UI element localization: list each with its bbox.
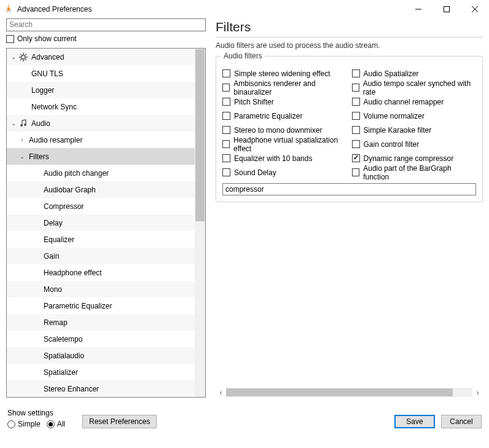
filter-option: Headphone virtual spatialization effect [222, 137, 347, 151]
filter-option: Parametric Equalizer [222, 109, 347, 123]
tree-item-label: Audio pitch changer [41, 169, 109, 178]
minimize-button[interactable] [404, 0, 432, 18]
filter-label: Audio tempo scaler synched with rate [363, 79, 476, 96]
tree-item[interactable]: Audiobar Graph [7, 181, 195, 198]
show-settings-label: Show settings [7, 409, 65, 417]
panel-title: Filters [216, 20, 483, 34]
filter-label: Simple stereo widening effect [234, 69, 331, 78]
tree-item[interactable]: Parametric Equalizer [7, 297, 195, 314]
filter-option: Volume normalizer [352, 109, 477, 123]
svg-line-13 [25, 54, 26, 55]
settings-tree[interactable]: ⌄ Advanced GNU TLS Logger Network Sync ⌄… [7, 49, 195, 397]
tree-item-gnu-tls[interactable]: GNU TLS [7, 65, 195, 82]
tree-item[interactable]: Stereo Enhancer [7, 380, 195, 397]
horizontal-scrollbar[interactable]: ‹ › [216, 387, 483, 398]
filter-label: Audio Spatializer [364, 69, 419, 78]
tree-item[interactable]: Equalizer [7, 231, 195, 248]
button-label: Cancel [450, 417, 472, 426]
tree-scrollbar[interactable] [195, 49, 205, 397]
tree-item-label: Headphone effect [41, 269, 102, 277]
tree-item[interactable]: Delay [7, 214, 195, 231]
filter-option: Audio part of the BarGraph function [352, 165, 477, 179]
filter-checkbox[interactable] [222, 69, 230, 77]
svg-rect-0 [6, 10, 11, 12]
tree-item[interactable]: Scaletempo [7, 331, 195, 347]
music-note-icon [18, 119, 29, 128]
filter-checkbox[interactable] [352, 168, 360, 176]
filter-checkbox[interactable] [352, 126, 360, 134]
filter-checkbox[interactable] [352, 69, 360, 77]
cancel-button[interactable]: Cancel [441, 415, 482, 428]
only-show-current-checkbox[interactable] [6, 35, 14, 43]
scroll-left-icon[interactable]: ‹ [216, 387, 226, 398]
title-bar: Advanced Preferences [0, 0, 489, 18]
tree-item-label: Remap [41, 318, 68, 327]
save-button[interactable]: Save [394, 415, 435, 428]
filter-option: Pitch Shifter [222, 95, 347, 109]
tree-item[interactable]: Compressor [7, 198, 195, 214]
tree-item-label: Audiobar Graph [41, 186, 96, 194]
scroll-right-icon[interactable]: › [472, 387, 483, 398]
filter-checkbox[interactable] [222, 168, 230, 176]
tree-item[interactable]: Mono [7, 281, 195, 297]
tree-item-audio[interactable]: ⌄ Audio [7, 115, 195, 132]
app-icon [4, 4, 14, 14]
tree-item[interactable]: Gain [7, 248, 195, 264]
only-show-current-label: Only show current [17, 34, 77, 43]
reset-preferences-button[interactable]: Reset Preferences [82, 415, 157, 428]
tree-item-label: Spatializer [41, 368, 78, 377]
tree-item-label: Logger [29, 86, 54, 95]
chevron-down-icon: ⌄ [18, 153, 26, 160]
group-legend: Audio filters [221, 52, 265, 60]
window-title: Advanced Preferences [17, 5, 404, 14]
filter-checkbox[interactable] [222, 126, 230, 134]
filter-checkbox[interactable] [352, 154, 360, 162]
filter-label: Gain control filter [364, 140, 420, 149]
chevron-down-icon: ⌄ [9, 120, 18, 127]
filter-option: Equalizer with 10 bands [222, 151, 347, 165]
tree-item-label: Audio [29, 119, 50, 128]
tree-item[interactable]: Audio pitch changer [7, 165, 195, 181]
radio-all[interactable] [47, 420, 55, 428]
svg-line-14 [20, 59, 22, 60]
active-filters-input[interactable] [222, 183, 476, 195]
close-button[interactable] [461, 0, 489, 18]
tree-item-audio-resampler[interactable]: › Audio resampler [7, 132, 195, 148]
filter-label: Headphone virtual spatialization effect [233, 136, 346, 153]
button-label: Reset Preferences [89, 417, 150, 426]
filter-checkbox[interactable] [222, 140, 230, 148]
filter-checkbox[interactable] [352, 112, 360, 120]
filter-checkbox[interactable] [352, 98, 360, 106]
maximize-button[interactable] [432, 0, 461, 18]
filter-checkbox[interactable] [222, 112, 230, 120]
tree-item[interactable]: Remap [7, 314, 195, 331]
filter-checkbox[interactable] [352, 140, 360, 148]
tree-item-filters[interactable]: ⌄ Filters [7, 148, 195, 165]
tree-item-label: Network Sync [29, 103, 77, 111]
filter-label: Volume normalizer [364, 112, 424, 120]
tree-item[interactable]: Headphone effect [7, 264, 195, 281]
filter-label: Simple Karaoke filter [364, 126, 432, 135]
radio-simple[interactable] [7, 420, 15, 428]
tree-item[interactable]: Spatialaudio [7, 347, 195, 364]
filter-checkbox[interactable] [222, 154, 230, 162]
tree-item[interactable]: Spatializer [7, 364, 195, 380]
tree-item-label: Audio resampler [26, 136, 82, 144]
filter-option: Audio channel remapper [352, 95, 477, 109]
filter-checkbox[interactable] [222, 98, 230, 106]
filter-label: Parametric Equalizer [234, 112, 302, 120]
filter-checkbox[interactable] [222, 84, 230, 92]
scrollbar-thumb[interactable] [226, 388, 453, 396]
radio-simple-label: Simple [18, 420, 41, 428]
chevron-down-icon: ⌄ [9, 53, 18, 60]
svg-rect-1 [8, 7, 10, 7]
filter-label: Dynamic range compressor [364, 154, 454, 163]
tree-item-network-sync[interactable]: Network Sync [7, 98, 195, 115]
tree-item-label: Delay [41, 219, 63, 227]
tree-item-logger[interactable]: Logger [7, 82, 195, 98]
filter-checkbox[interactable] [352, 84, 359, 92]
tree-item-advanced[interactable]: ⌄ Advanced [7, 49, 195, 65]
scrollbar-thumb[interactable] [195, 49, 205, 221]
filter-label: Sound Delay [234, 168, 276, 177]
search-input[interactable] [6, 18, 206, 31]
